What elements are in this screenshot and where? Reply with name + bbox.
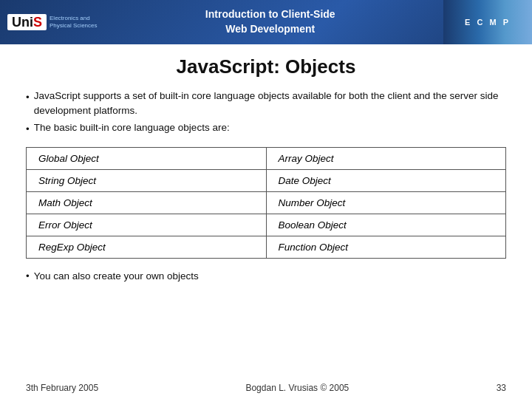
bullet-after: • You can also create your own objects (26, 269, 506, 284)
bullet-2: • The basic built-in core language objec… (26, 120, 506, 137)
page-title: JavaScript: Objects (26, 55, 506, 78)
footer-page-number: 33 (497, 383, 506, 393)
table-cell-1-col2: Date Object (266, 169, 506, 191)
bullet-dot-2: • (26, 122, 30, 137)
logo-subtitle: Electronics and Physical Sciences (50, 15, 97, 30)
bullet-text-1: JavaScript supports a set of built-in co… (34, 89, 506, 117)
table-row: Error ObjectBoolean Object (27, 214, 506, 236)
table-row: String ObjectDate Object (27, 169, 506, 191)
header: UniS Electronics and Physical Sciences I… (0, 0, 532, 44)
bullet-text-2: The basic built-in core language objects… (34, 120, 230, 137)
table-cell-0-col1: Global Object (27, 147, 267, 169)
bullet-dot-after: • (26, 269, 30, 284)
footer-date: 3th February 2005 (26, 383, 98, 393)
table-row: Math ObjectNumber Object (27, 191, 506, 214)
header-title: Introduction to Client-Side Web Developm… (98, 7, 444, 36)
intro-bullets: • JavaScript supports a set of built-in … (26, 89, 506, 137)
table-cell-2-col1: Math Object (27, 191, 267, 214)
objects-table: Global ObjectArray ObjectString ObjectDa… (26, 147, 506, 259)
logo-area: UniS Electronics and Physical Sciences (0, 14, 98, 30)
footer: 3th February 2005 Bogdan L. Vrusias © 20… (0, 383, 532, 393)
footer-author: Bogdan L. Vrusias © 2005 (245, 383, 349, 393)
table-cell-3-col2: Boolean Object (266, 214, 506, 236)
table-cell-4-col2: Function Object (266, 236, 506, 258)
bullet-after-text: You can also create your own objects (34, 269, 199, 284)
table-cell-2-col2: Number Object (266, 191, 506, 214)
logo-unis: UniS (7, 14, 47, 30)
bullet-dot-1: • (26, 90, 30, 117)
table-cell-3-col1: Error Object (27, 214, 267, 236)
main-content: JavaScript: Objects • JavaScript support… (0, 44, 532, 293)
table-cell-0-col2: Array Object (266, 147, 506, 169)
table-cell-1-col1: String Object (27, 169, 267, 191)
table-row: Global ObjectArray Object (27, 147, 506, 169)
ecmp-label: E C M P (443, 0, 532, 44)
table-cell-4-col1: RegExp Object (27, 236, 267, 258)
bullet-1: • JavaScript supports a set of built-in … (26, 89, 506, 117)
header-right-image: E C M P (443, 0, 532, 44)
table-row: RegExp ObjectFunction Object (27, 236, 506, 258)
